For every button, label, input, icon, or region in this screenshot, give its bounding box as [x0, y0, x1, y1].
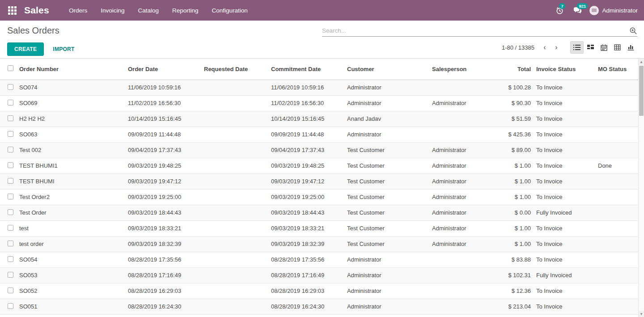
- select-all-checkbox[interactable]: [8, 65, 13, 71]
- cell-commitment-date[interactable]: 10/14/2019 15:16:45: [269, 111, 345, 127]
- cell-requested-date[interactable]: [202, 158, 269, 173]
- cell-order-date[interactable]: 11/06/2019 10:59:16: [126, 80, 202, 95]
- cell-mo-status[interactable]: [596, 95, 638, 111]
- cell-total[interactable]: $ 1.00: [484, 236, 534, 252]
- cell-mo-status[interactable]: [596, 236, 638, 252]
- row-checkbox[interactable]: [8, 209, 13, 215]
- cell-total[interactable]: $ 100.28: [484, 80, 534, 95]
- row-select-cell[interactable]: [0, 173, 17, 189]
- cell-salesperson[interactable]: [430, 299, 484, 314]
- cell-invoice-status[interactable]: Fully Invoiced: [534, 267, 596, 283]
- table-row[interactable]: SO052 08/28/2019 16:29:03 08/28/2019 16:…: [0, 283, 638, 299]
- row-checkbox[interactable]: [8, 178, 13, 184]
- row-select-cell[interactable]: [0, 189, 17, 205]
- cell-mo-status[interactable]: [596, 80, 638, 95]
- cell-total[interactable]: $ 51.59: [484, 111, 534, 127]
- cell-mo-status[interactable]: [596, 205, 638, 220]
- cell-mo-status[interactable]: [596, 299, 638, 314]
- cell-customer[interactable]: Administrator: [345, 127, 430, 142]
- cell-order-number[interactable]: SO069: [17, 95, 126, 111]
- cell-invoice-status[interactable]: To Invoice: [534, 158, 596, 173]
- list-view-button[interactable]: [570, 41, 584, 54]
- cell-order-date[interactable]: 09/03/2019 18:32:39: [126, 236, 202, 252]
- cell-commitment-date[interactable]: 09/03/2019 18:44:43: [269, 205, 345, 220]
- table-row[interactable]: SO063 09/09/2019 11:44:48 09/09/2019 11:…: [0, 127, 638, 142]
- table-row[interactable]: SO051 08/28/2019 16:24:30 08/28/2019 16:…: [0, 299, 638, 314]
- row-checkbox[interactable]: [8, 303, 13, 309]
- user-menu-button[interactable]: Administrator: [589, 6, 638, 15]
- row-checkbox[interactable]: [8, 147, 13, 152]
- cell-customer[interactable]: Test Customer: [345, 173, 430, 189]
- table-row[interactable]: SO054 08/28/2019 17:35:56 08/28/2019 17:…: [0, 252, 638, 267]
- scrollbar-thumb[interactable]: [639, 66, 644, 116]
- cell-customer[interactable]: Administrator: [345, 283, 430, 299]
- table-row[interactable]: TEST BHUMI 09/03/2019 19:47:12 09/03/201…: [0, 173, 638, 189]
- search-input[interactable]: [322, 27, 629, 34]
- cell-total[interactable]: $ 0.00: [484, 205, 534, 220]
- cell-order-number[interactable]: SO052: [17, 283, 126, 299]
- cell-customer[interactable]: Test Customer: [345, 220, 430, 236]
- cell-order-number[interactable]: SO053: [17, 267, 126, 283]
- cell-commitment-date[interactable]: 09/03/2019 19:48:25: [269, 158, 345, 173]
- cell-mo-status[interactable]: [596, 111, 638, 127]
- cell-commitment-date[interactable]: 08/28/2019 17:35:56: [269, 252, 345, 267]
- row-checkbox[interactable]: [8, 115, 13, 121]
- cell-order-date[interactable]: 09/09/2019 11:44:48: [126, 127, 202, 142]
- scroll-up-arrow[interactable]: ▲: [639, 59, 644, 65]
- cell-commitment-date[interactable]: 09/03/2019 19:25:00: [269, 189, 345, 205]
- cell-order-number[interactable]: SO051: [17, 299, 126, 314]
- app-menu-item[interactable]: Configuration: [212, 7, 248, 14]
- cell-order-number[interactable]: Test 002: [17, 142, 126, 158]
- pager-previous-button[interactable]: ‹: [539, 42, 551, 53]
- row-select-cell[interactable]: [0, 111, 17, 127]
- row-checkbox[interactable]: [8, 194, 13, 199]
- cell-invoice-status[interactable]: To Invoice: [534, 173, 596, 189]
- cell-commitment-date[interactable]: 09/03/2019 19:47:12: [269, 173, 345, 189]
- app-brand[interactable]: Sales: [24, 5, 49, 16]
- cell-salesperson[interactable]: [430, 283, 484, 299]
- cell-order-number[interactable]: TEST BHUMI: [17, 173, 126, 189]
- row-checkbox[interactable]: [8, 84, 13, 90]
- cell-commitment-date[interactable]: 09/04/2019 17:37:43: [269, 142, 345, 158]
- calendar-view-button[interactable]: [597, 41, 610, 54]
- messages-menu-button[interactable]: 921: [572, 4, 583, 16]
- cell-order-date[interactable]: 09/03/2019 19:47:12: [126, 173, 202, 189]
- cell-salesperson[interactable]: [430, 111, 484, 127]
- cell-customer[interactable]: Test Customer: [345, 142, 430, 158]
- app-menu-item[interactable]: Reporting: [172, 7, 199, 14]
- cell-commitment-date[interactable]: 09/03/2019 18:33:21: [269, 220, 345, 236]
- row-select-cell[interactable]: [0, 267, 17, 283]
- cell-order-number[interactable]: SO054: [17, 252, 126, 267]
- cell-salesperson[interactable]: [430, 80, 484, 95]
- cell-order-date[interactable]: 10/14/2019 15:16:45: [126, 111, 202, 127]
- row-select-cell[interactable]: [0, 252, 17, 267]
- graph-view-button[interactable]: [624, 41, 637, 54]
- row-select-cell[interactable]: [0, 283, 17, 299]
- column-header-invoice-status[interactable]: Invoice Status: [534, 59, 596, 80]
- cell-customer[interactable]: Administrator: [345, 252, 430, 267]
- row-checkbox[interactable]: [8, 287, 13, 293]
- cell-mo-status[interactable]: [596, 220, 638, 236]
- kanban-view-button[interactable]: [584, 41, 597, 54]
- cell-total[interactable]: $ 1.00: [484, 158, 534, 173]
- cell-salesperson[interactable]: Administrator: [430, 189, 484, 205]
- import-button[interactable]: IMPORT: [48, 43, 79, 55]
- cell-commitment-date[interactable]: 09/09/2019 11:44:48: [269, 127, 345, 142]
- cell-invoice-status[interactable]: To Invoice: [534, 252, 596, 267]
- row-checkbox[interactable]: [8, 272, 13, 278]
- table-row[interactable]: SO069 11/02/2019 16:56:30 11/02/2019 16:…: [0, 95, 638, 111]
- cell-salesperson[interactable]: Administrator: [430, 95, 484, 111]
- cell-requested-date[interactable]: [202, 205, 269, 220]
- cell-order-date[interactable]: 09/04/2019 17:37:43: [126, 142, 202, 158]
- cell-requested-date[interactable]: [202, 283, 269, 299]
- table-row[interactable]: SO053 08/28/2019 17:16:49 08/28/2019 17:…: [0, 267, 638, 283]
- cell-commitment-date[interactable]: 11/02/2019 16:56:30: [269, 95, 345, 111]
- cell-total[interactable]: $ 213.04: [484, 299, 534, 314]
- row-select-cell[interactable]: [0, 236, 17, 252]
- table-row[interactable]: test order 09/03/2019 18:32:39 09/03/201…: [0, 236, 638, 252]
- row-checkbox[interactable]: [8, 225, 13, 231]
- cell-salesperson[interactable]: Administrator: [430, 158, 484, 173]
- cell-order-number[interactable]: Test Order2: [17, 189, 126, 205]
- row-select-cell[interactable]: [0, 142, 17, 158]
- vertical-scrollbar[interactable]: ▲ ▼: [638, 59, 644, 317]
